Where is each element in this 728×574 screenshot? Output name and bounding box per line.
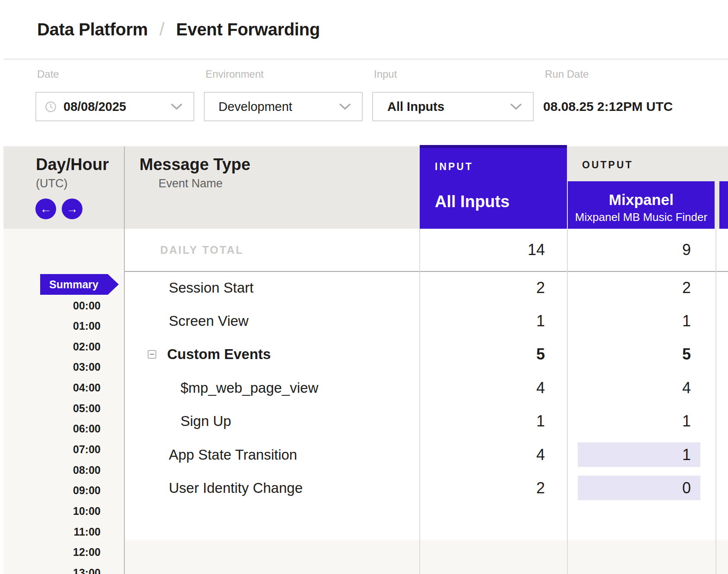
output-cell-value: 0: [682, 479, 691, 497]
left-edge-strip: [0, 0, 3, 574]
table-row: Sign Up11: [125, 405, 728, 438]
hour-item[interactable]: 11:00: [0, 521, 101, 542]
row-label: Custom Events: [167, 346, 271, 363]
daily-total-input-value: 14: [528, 241, 545, 259]
arrow-right-icon: →: [66, 203, 78, 215]
environment-value: Development: [218, 100, 292, 114]
input-cell-value: 1: [536, 312, 545, 330]
input-column-header: INPUT All Inputs: [420, 145, 567, 229]
run-date-value: 08.08.25 2:12PM UTC: [543, 99, 673, 114]
table-row: $mp_web_page_view44: [125, 371, 728, 404]
chevron-down-icon: [510, 103, 522, 110]
daily-total-row: DAILY TOTAL 14 9: [125, 229, 728, 272]
summary-label: Summary: [49, 278, 98, 291]
table-row: Custom Events55: [125, 338, 728, 371]
arrow-left-icon: ←: [40, 203, 52, 215]
event-forwarding-page: Data Platform / Event Forwarding Date En…: [0, 0, 728, 574]
hour-item[interactable]: 05:00: [0, 398, 101, 419]
hour-item[interactable]: 09:00: [0, 480, 101, 501]
hour-item[interactable]: 04:00: [0, 378, 101, 398]
hour-item[interactable]: 00:00: [0, 295, 101, 316]
next-hour-button[interactable]: →: [62, 199, 82, 219]
row-label: User Identity Change: [169, 480, 303, 496]
output-group-label: OUTPUT: [582, 159, 633, 171]
output-column-header: Mixpanel Mixpanel MB Music Finder: [568, 181, 715, 229]
message-type-subtitle: Event Name: [158, 177, 223, 190]
date-filter-label: Date: [37, 68, 59, 80]
input-cell-value: 4: [536, 446, 545, 464]
input-cell-value: 2: [536, 479, 545, 497]
input-cell-value: 2: [536, 279, 545, 297]
input-column-name: All Inputs: [435, 192, 510, 211]
input-cell-value: 5: [536, 345, 545, 363]
run-date-label: Run Date: [545, 68, 589, 80]
output-column-partial: [719, 181, 728, 229]
grid-line: [419, 229, 420, 574]
row-label: Session Start: [169, 280, 253, 296]
message-type-title: Message Type: [139, 155, 250, 174]
breadcrumb-section[interactable]: Data Platform: [37, 20, 148, 39]
table-footer-area: [125, 540, 728, 574]
summary-badge[interactable]: Summary: [40, 274, 119, 295]
filter-bar: Date Environment Input Run Date 08/08/20…: [0, 60, 728, 145]
hour-item[interactable]: 03:00: [0, 357, 101, 378]
breadcrumb: Data Platform / Event Forwarding: [0, 0, 728, 60]
chevron-down-icon: [171, 103, 182, 110]
prev-hour-button[interactable]: ←: [35, 199, 56, 219]
day-hour-title: Day/Hour: [36, 155, 109, 174]
environment-filter-label: Environment: [206, 68, 264, 80]
table-row: Screen View11: [125, 304, 728, 337]
table-row: App State Transition41: [125, 438, 728, 471]
table-row: User Identity Change20: [125, 471, 728, 505]
row-label: Screen View: [169, 313, 249, 329]
output-cell-value: 5: [682, 345, 691, 363]
hour-item[interactable]: 06:00: [0, 419, 101, 439]
collapse-minus-icon[interactable]: [148, 350, 156, 359]
breadcrumb-separator: /: [159, 19, 165, 40]
day-hour-subtitle: (UTC): [36, 177, 67, 190]
input-select[interactable]: All Inputs: [372, 92, 534, 121]
output-cell-value: 1: [682, 412, 691, 430]
row-label: $mp_web_page_view: [180, 380, 318, 396]
clock-icon: [45, 101, 57, 113]
daily-total-output-value: 9: [682, 241, 691, 259]
environment-select[interactable]: Development: [204, 92, 363, 121]
input-filter-label: Input: [374, 68, 397, 80]
table-row: Session Start22: [125, 271, 728, 304]
output-cell-value: 1: [682, 446, 691, 464]
hour-item[interactable]: 13:00: [0, 563, 101, 574]
output-cell-value: 2: [682, 279, 691, 297]
output-cell-value: 1: [682, 312, 691, 330]
row-label: Sign Up: [180, 413, 231, 429]
breadcrumb-page: Event Forwarding: [176, 20, 320, 39]
sidebar-divider: [124, 146, 125, 574]
hour-item[interactable]: 01:00: [0, 316, 101, 337]
output-column-name: Mixpanel: [568, 191, 715, 208]
date-value: 08/08/2025: [63, 100, 126, 114]
row-label: App State Transition: [169, 447, 297, 463]
grid-line: [715, 229, 716, 574]
hour-item[interactable]: 02:00: [0, 336, 101, 357]
chevron-down-icon: [339, 103, 351, 110]
grid-line: [567, 229, 568, 574]
daily-total-label: DAILY TOTAL: [160, 244, 244, 256]
hour-item[interactable]: 07:00: [0, 439, 101, 460]
input-cell-value: 1: [536, 412, 545, 430]
output-cell-value: 4: [682, 379, 691, 397]
input-cell-value: 4: [536, 379, 545, 397]
hour-item[interactable]: 12:00: [0, 542, 101, 563]
hour-item[interactable]: 10:00: [0, 501, 101, 522]
date-select[interactable]: 08/08/2025: [35, 92, 194, 121]
hour-item[interactable]: 08:00: [0, 460, 101, 480]
output-column-subtitle: Mixpanel MB Music Finder: [568, 211, 715, 224]
input-group-label: INPUT: [435, 161, 473, 173]
input-value: All Inputs: [387, 100, 444, 114]
